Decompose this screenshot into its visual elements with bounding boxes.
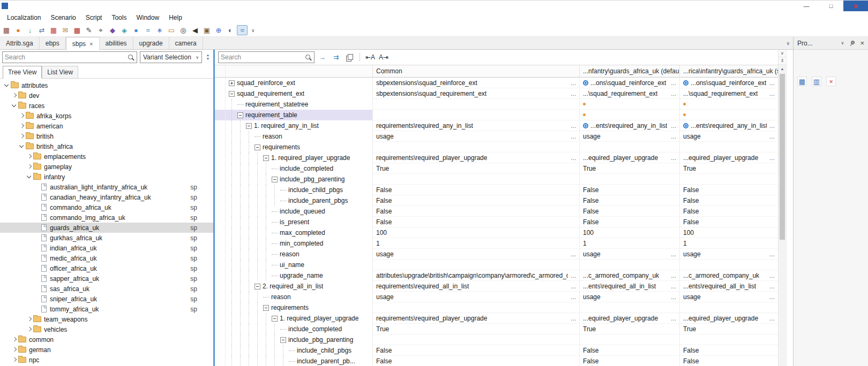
- tree-item-tommy-africa-uk[interactable]: tommy_africa_uksp: [0, 304, 213, 314]
- chevron-right-icon[interactable]: [11, 336, 18, 343]
- scrollbar-thumb[interactable]: [780, 74, 785, 240]
- expander-icon[interactable]: [280, 337, 286, 343]
- more-button[interactable]: ...: [568, 79, 576, 87]
- table-row-squad-reinforce-ext[interactable]: squad_reinforce_extsbpextensions\squad_r…: [215, 78, 778, 88]
- more-button[interactable]: ...: [767, 90, 775, 97]
- expander-icon[interactable]: [255, 144, 260, 150]
- tree-item-canadian-heavy-infantry-africa-uk[interactable]: canadian_heavy_infantry_africa_uksp: [0, 192, 213, 202]
- more-button[interactable]: ...: [668, 293, 676, 301]
- clear-red-icon[interactable]: ×: [826, 77, 836, 86]
- scrollbar-track[interactable]: [779, 73, 786, 366]
- tab-abilities[interactable]: abilities: [100, 37, 133, 49]
- table-row-reason[interactable]: reasonusage...usage...usage...: [215, 292, 778, 302]
- more-button[interactable]: ...: [568, 315, 576, 322]
- tree-item-emplacements[interactable]: emplacements: [0, 151, 213, 162]
- chevron-down-icon[interactable]: [11, 102, 18, 109]
- table-row-min-completed[interactable]: min_completed111: [215, 238, 778, 249]
- chevron-right-icon[interactable]: [26, 316, 33, 323]
- table-row-2-required-all-in-list[interactable]: 2. required_all_in_listrequirements\requ…: [215, 281, 778, 292]
- compare-view-icon[interactable]: ▦: [797, 77, 807, 86]
- pin-icon[interactable]: [849, 40, 855, 47]
- table-row-include-pbg-parenting[interactable]: include_pbg_parenting: [215, 174, 778, 185]
- table-row-ui-name[interactable]: ui_name: [215, 260, 778, 270]
- shield-icon[interactable]: ◆: [107, 25, 118, 35]
- table-row-reason[interactable]: reasonusage...usage...usage...: [215, 249, 778, 260]
- gem-icon[interactable]: ◈: [119, 25, 130, 35]
- table-row-requirement-statetree[interactable]: requirement_statetree: [215, 99, 778, 110]
- edit-pencil-icon[interactable]: ✎: [84, 25, 94, 35]
- tree-item-team-weapons[interactable]: team_weapons: [0, 314, 213, 324]
- waves-icon[interactable]: ≈: [143, 25, 153, 35]
- more-button[interactable]: ...: [668, 315, 676, 322]
- zoom-target-icon[interactable]: ◎: [178, 25, 189, 35]
- chevron-right-icon[interactable]: [11, 356, 18, 363]
- more-button[interactable]: ...: [568, 154, 576, 162]
- table-row-requirements[interactable]: requirements: [215, 302, 778, 313]
- expander-icon[interactable]: [272, 177, 278, 182]
- chevron-right-icon[interactable]: [18, 123, 25, 129]
- snowflake-icon[interactable]: ∗: [154, 25, 165, 35]
- chevron-right-icon[interactable]: [11, 92, 18, 99]
- table-row-include-completed[interactable]: include_completedTrueTrueTrue: [215, 324, 778, 334]
- tree-item-officer-africa-uk[interactable]: officer_africa_uksp: [0, 263, 213, 273]
- more-button[interactable]: ...: [568, 122, 576, 129]
- more-button[interactable]: ...: [668, 79, 676, 87]
- expander-icon[interactable]: [272, 316, 278, 322]
- close-button[interactable]: ×: [843, 1, 868, 11]
- tree-item-british-africa[interactable]: british_africa: [0, 141, 213, 151]
- tab-list-view[interactable]: List View: [42, 66, 78, 79]
- import-arrow-icon[interactable]: ↓: [25, 25, 35, 35]
- tree-item-infantry[interactable]: infantry: [0, 172, 213, 182]
- more-button[interactable]: ...: [767, 293, 775, 301]
- tab-camera[interactable]: camera: [169, 37, 203, 49]
- table-row-is-present[interactable]: is_presentFalseFalseFalse: [215, 217, 778, 227]
- close-tab-icon[interactable]: ×: [89, 41, 93, 47]
- tree-item-gurkhas-africa-uk[interactable]: gurkhas_africa_uksp: [0, 233, 213, 243]
- more-button[interactable]: ...: [767, 79, 775, 87]
- sidebar-search-input[interactable]: [5, 54, 128, 61]
- menu-item-localization[interactable]: Localization: [2, 12, 46, 23]
- spline-tool-icon[interactable]: ≈: [237, 25, 248, 35]
- frame-icon[interactable]: ▣: [201, 25, 212, 35]
- more-button[interactable]: ...: [568, 293, 576, 301]
- expander-icon[interactable]: [255, 284, 260, 289]
- more-button[interactable]: ...: [668, 133, 676, 140]
- more-button[interactable]: ...: [568, 272, 576, 279]
- table-row-squad-requirement-ext[interactable]: squad_requirement_extsbpextensions\squad…: [215, 88, 778, 99]
- more-button[interactable]: ...: [668, 154, 676, 162]
- close-panel-icon[interactable]: ×: [860, 40, 864, 47]
- tab-tree-view[interactable]: Tree View: [3, 66, 42, 79]
- expander-icon[interactable]: [263, 305, 269, 311]
- chevron-down-icon[interactable]: ∨: [841, 41, 844, 45]
- tab-ebps[interactable]: ebps: [40, 37, 66, 49]
- red-grid-icon[interactable]: ▦: [48, 25, 59, 35]
- find-next-icon[interactable]: →: [317, 52, 328, 63]
- scroll-up-icon[interactable]: ▲: [779, 65, 786, 73]
- history-clock-icon[interactable]: ◐: [225, 25, 236, 35]
- menu-item-tools[interactable]: Tools: [107, 12, 131, 23]
- tab-sbps[interactable]: sbps×: [66, 37, 100, 50]
- more-button[interactable]: ...: [767, 133, 775, 140]
- tree-item-british[interactable]: british: [0, 131, 213, 141]
- more-button[interactable]: ...: [668, 272, 676, 279]
- more-button[interactable]: ...: [668, 283, 676, 290]
- table-row-include-completed[interactable]: include_completedTrueTrueTrue: [215, 163, 778, 174]
- table-row-requirement-table[interactable]: requirement_table: [215, 110, 778, 120]
- more-button[interactable]: ...: [668, 90, 676, 97]
- tree-item-dev[interactable]: dev: [0, 90, 213, 101]
- minimize-button[interactable]: —: [794, 1, 819, 11]
- chevron-right-icon[interactable]: [26, 326, 33, 333]
- tree-item-attributes[interactable]: attributes: [0, 80, 213, 90]
- more-button[interactable]: ...: [668, 250, 676, 258]
- sync-scroll-icon[interactable]: ⇕: [779, 57, 786, 65]
- tree-item-commando-lmg-africa-uk[interactable]: commando_lmg_africa_uksp: [0, 212, 213, 223]
- tree-item-npc[interactable]: npc: [0, 355, 213, 365]
- swap-arrows-icon[interactable]: ⇄: [36, 25, 47, 35]
- column-header-sp-variant[interactable]: ...rica\infantry\guards_africa_uk (sp): [680, 65, 778, 77]
- table-row-1-required-any-in-list[interactable]: 1. required_any_in_listrequirements\requ…: [215, 120, 778, 131]
- chevron-right-icon[interactable]: [11, 346, 18, 353]
- toolbar-overflow-chevron-icon[interactable]: ∨: [249, 28, 258, 33]
- checker-icon[interactable]: ▩: [72, 25, 83, 35]
- expander-icon[interactable]: [246, 123, 252, 129]
- chevron-down-icon[interactable]: [26, 173, 33, 180]
